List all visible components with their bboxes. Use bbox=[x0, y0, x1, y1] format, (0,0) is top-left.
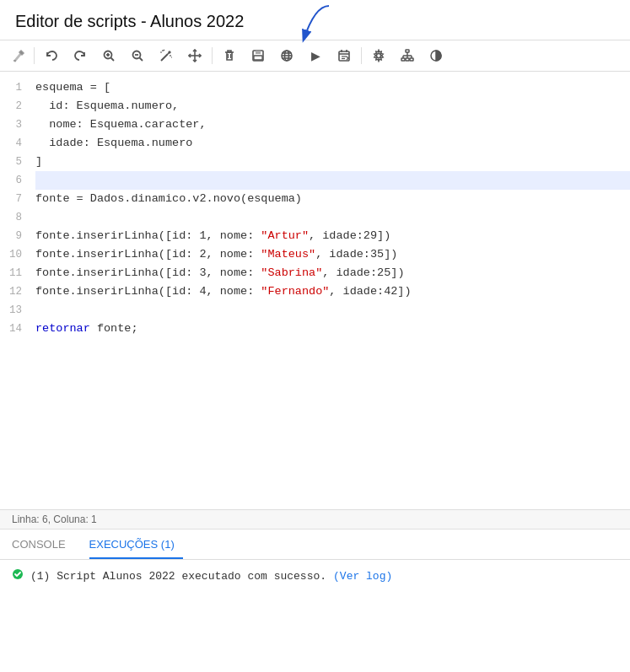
tree-button[interactable] bbox=[394, 44, 421, 67]
toolbar-sep-2 bbox=[212, 47, 213, 64]
code-editor[interactable]: esquema = [ id: Esquema.numero, nome: Es… bbox=[30, 72, 630, 509]
code-line-5: ] bbox=[35, 153, 630, 171]
undo-button[interactable] bbox=[38, 44, 65, 67]
page-title: Editor de scripts - Alunos 2022 bbox=[0, 0, 630, 40]
toolbar-sep-1 bbox=[34, 47, 35, 64]
code-line-12: fonte.inserirLinha([id: 4, nome: "Fernan… bbox=[35, 282, 630, 301]
svg-rect-20 bbox=[256, 51, 261, 54]
svg-rect-36 bbox=[401, 58, 405, 61]
contrast-button[interactable] bbox=[423, 44, 450, 67]
console-output: (1) Script Alunos 2022 executado com suc… bbox=[0, 560, 630, 593]
code-line-7: fonte = Dados.dinamico.v2.novo(esquema) bbox=[35, 190, 630, 208]
run-btn-container: ▶ bbox=[302, 44, 329, 67]
svg-rect-37 bbox=[406, 58, 409, 61]
status-bar: Linha: 6, Coluna: 1 bbox=[0, 510, 630, 530]
svg-rect-35 bbox=[406, 50, 409, 52]
console-tabs: CONSOLE EXECUÇÕES (1) bbox=[0, 530, 630, 560]
tab-console[interactable]: CONSOLE bbox=[12, 530, 74, 559]
tab-execucoes[interactable]: EXECUÇÕES (1) bbox=[89, 530, 183, 559]
edit-icon-btn[interactable] bbox=[7, 44, 30, 67]
zoom-out-button[interactable] bbox=[124, 44, 151, 67]
output-link[interactable]: (Ver log) bbox=[333, 570, 392, 583]
zoom-in-button[interactable] bbox=[95, 44, 122, 67]
editor-area[interactable]: 1 2 3 4 5 6 7 8 9 10 11 12 13 14 esquema… bbox=[0, 72, 630, 510]
code-line-6 bbox=[35, 171, 630, 190]
svg-rect-38 bbox=[410, 58, 413, 61]
code-line-8 bbox=[35, 208, 630, 227]
toolbar-sep-3 bbox=[361, 47, 362, 64]
line-numbers: 1 2 3 4 5 6 7 8 9 10 11 12 13 14 bbox=[0, 72, 30, 509]
format-button[interactable] bbox=[153, 44, 180, 67]
svg-point-34 bbox=[377, 54, 381, 58]
code-line-1: esquema = [ bbox=[35, 78, 630, 97]
redo-button[interactable] bbox=[67, 44, 94, 67]
run-button[interactable]: ▶ bbox=[302, 44, 329, 67]
svg-line-2 bbox=[111, 58, 115, 62]
code-line-3: nome: Esquema.caracter, bbox=[35, 116, 630, 134]
code-line-14: retornar fonte; bbox=[35, 320, 630, 338]
settings-button[interactable] bbox=[365, 44, 392, 67]
svg-rect-21 bbox=[254, 56, 262, 60]
output-main-text: (1) Script Alunos 2022 executado com suc… bbox=[30, 570, 326, 583]
globe-button[interactable] bbox=[273, 44, 300, 67]
svg-line-6 bbox=[140, 58, 143, 62]
delete-button[interactable] bbox=[216, 44, 243, 67]
code-line-9: fonte.inserirLinha([id: 1, nome: "Artur"… bbox=[35, 227, 630, 245]
schedule-button[interactable] bbox=[331, 44, 358, 67]
code-line-2: id: Esquema.numero, bbox=[35, 97, 630, 116]
success-icon bbox=[12, 568, 24, 584]
align-button[interactable] bbox=[181, 44, 208, 67]
code-line-13 bbox=[35, 301, 630, 320]
save-button[interactable] bbox=[245, 44, 272, 67]
cursor-position: Linha: 6, Coluna: 1 bbox=[12, 513, 97, 525]
toolbar: ▶ bbox=[0, 40, 630, 72]
code-line-4: idade: Esquema.numero bbox=[35, 134, 630, 153]
code-line-10: fonte.inserirLinha([id: 2, nome: "Mateus… bbox=[35, 245, 630, 264]
svg-line-12 bbox=[164, 50, 164, 51]
svg-line-8 bbox=[161, 54, 168, 61]
code-line-11: fonte.inserirLinha([id: 3, nome: "Sabrin… bbox=[35, 264, 630, 282]
